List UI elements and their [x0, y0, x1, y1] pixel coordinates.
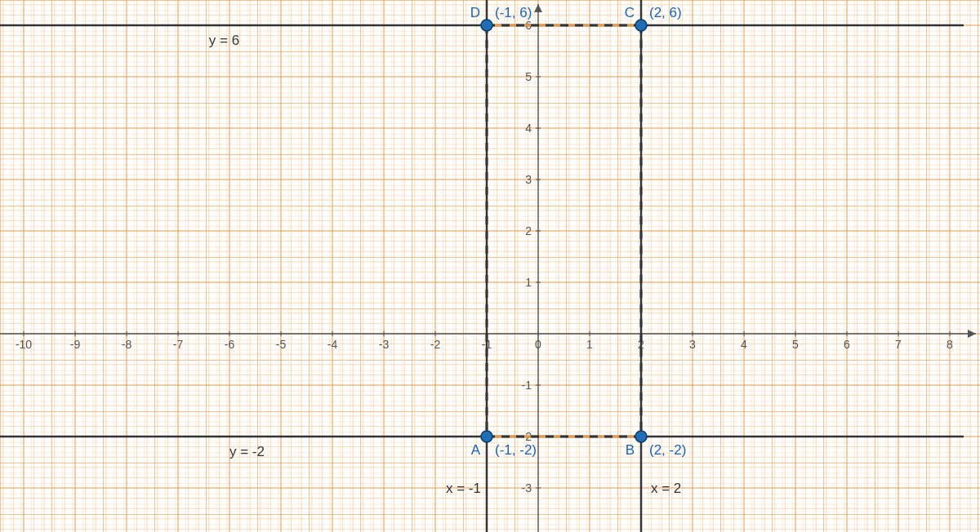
point-D-coord: (-1, 6)	[495, 5, 532, 20]
label-y-equals-minus-2: y = -2	[229, 444, 265, 459]
svg-text:4: 4	[525, 122, 532, 135]
svg-text:-3: -3	[522, 481, 532, 494]
svg-text:7: 7	[895, 338, 902, 351]
point-B	[635, 431, 647, 442]
svg-text:-4: -4	[327, 338, 338, 351]
point-B-name: B	[626, 442, 635, 458]
coordinate-plane: -10-9-8-7-6-5-4-3-2-1012345678 123456-1-…	[0, 0, 980, 532]
svg-text:-5: -5	[276, 338, 287, 351]
label-x-equals-2: x = 2	[651, 481, 681, 496]
svg-text:3: 3	[689, 338, 696, 351]
svg-text:-6: -6	[225, 338, 235, 351]
svg-text:-10: -10	[16, 338, 32, 351]
svg-text:-9: -9	[70, 338, 81, 351]
svg-text:-2: -2	[430, 338, 441, 351]
svg-text:1: 1	[525, 276, 532, 289]
svg-text:-8: -8	[122, 338, 132, 351]
point-D-name: D	[470, 5, 480, 20]
svg-text:1: 1	[586, 338, 593, 351]
svg-text:-7: -7	[173, 338, 184, 351]
point-B-coord: (2, -2)	[649, 442, 686, 458]
point-A	[481, 431, 492, 442]
svg-text:3: 3	[525, 173, 532, 186]
point-C-coord: (2, 6)	[649, 5, 682, 20]
svg-text:2: 2	[525, 224, 532, 237]
label-x-equals-minus-1: x = -1	[446, 481, 481, 496]
label-y-equals-6: y = 6	[209, 33, 239, 48]
svg-text:8: 8	[947, 338, 953, 351]
svg-text:4: 4	[741, 338, 747, 351]
point-A-name: A	[471, 442, 481, 458]
point-A-coord: (-1, -2)	[495, 442, 537, 458]
point-D	[481, 20, 492, 31]
svg-text:-1: -1	[522, 379, 532, 392]
svg-text:5: 5	[792, 338, 799, 351]
svg-text:-3: -3	[379, 338, 390, 351]
svg-text:0: 0	[535, 338, 541, 351]
svg-text:5: 5	[525, 70, 532, 83]
svg-text:6: 6	[844, 338, 850, 351]
point-C-name: C	[625, 5, 635, 20]
point-C	[635, 20, 647, 31]
